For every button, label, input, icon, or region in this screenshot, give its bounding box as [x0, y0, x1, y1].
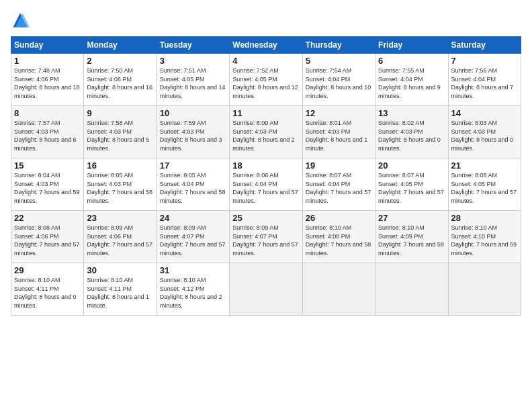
calendar-header-row: SundayMondayTuesdayWednesdayThursdayFrid… [11, 37, 521, 54]
calendar-week-row: 29 Sunrise: 8:10 AMSunset: 4:11 PMDaylig… [11, 263, 521, 316]
calendar-day-cell: 12 Sunrise: 8:01 AMSunset: 4:03 PMDaylig… [302, 106, 375, 158]
day-number: 24 [160, 213, 226, 223]
calendar-day-cell: 27 Sunrise: 8:10 AMSunset: 4:09 PMDaylig… [375, 211, 448, 263]
day-number: 16 [87, 161, 153, 171]
calendar-day-cell: 3 Sunrise: 7:51 AMSunset: 4:05 PMDayligh… [157, 54, 229, 106]
calendar-day-cell: 7 Sunrise: 7:56 AMSunset: 4:04 PMDayligh… [448, 54, 521, 106]
day-info: Sunrise: 8:09 AMSunset: 4:07 PMDaylight:… [160, 224, 226, 257]
day-info: Sunrise: 7:51 AMSunset: 4:05 PMDaylight:… [160, 66, 226, 100]
day-info: Sunrise: 8:10 AMSunset: 4:09 PMDaylight:… [378, 224, 445, 257]
calendar-day-cell: 17 Sunrise: 8:05 AMSunset: 4:04 PMDaylig… [157, 158, 229, 211]
calendar-day-cell: 26 Sunrise: 8:10 AMSunset: 4:08 PMDaylig… [302, 211, 375, 263]
calendar-week-row: 8 Sunrise: 7:57 AMSunset: 4:03 PMDayligh… [11, 106, 521, 158]
calendar-header-cell: Tuesday [157, 37, 229, 54]
calendar-day-cell: 16 Sunrise: 8:05 AMSunset: 4:03 PMDaylig… [84, 158, 157, 211]
day-info: Sunrise: 7:56 AMSunset: 4:04 PMDaylight:… [451, 66, 518, 100]
calendar-day-cell: 21 Sunrise: 8:08 AMSunset: 4:05 PMDaylig… [448, 158, 521, 211]
day-number: 27 [378, 213, 445, 223]
day-info: Sunrise: 8:10 AMSunset: 4:11 PMDaylight:… [87, 276, 153, 310]
day-info: Sunrise: 7:55 AMSunset: 4:04 PMDaylight:… [378, 66, 445, 100]
day-number: 20 [378, 161, 445, 171]
day-number: 22 [14, 213, 81, 223]
calendar-body: 1 Sunrise: 7:48 AMSunset: 4:06 PMDayligh… [11, 54, 521, 316]
day-info: Sunrise: 8:01 AMSunset: 4:03 PMDaylight:… [306, 119, 372, 152]
calendar-header-cell: Thursday [302, 37, 375, 54]
day-number: 28 [451, 213, 518, 223]
day-number: 13 [378, 108, 445, 118]
day-info: Sunrise: 7:57 AMSunset: 4:03 PMDaylight:… [14, 119, 81, 152]
day-number: 21 [451, 161, 518, 171]
day-info: Sunrise: 8:06 AMSunset: 4:04 PMDaylight:… [232, 171, 299, 205]
day-number: 7 [451, 56, 518, 66]
day-info: Sunrise: 8:00 AMSunset: 4:03 PMDaylight:… [232, 119, 299, 152]
calendar-day-cell [375, 263, 448, 316]
calendar-day-cell: 23 Sunrise: 8:09 AMSunset: 4:06 PMDaylig… [84, 211, 157, 263]
day-info: Sunrise: 8:02 AMSunset: 4:03 PMDaylight:… [378, 119, 445, 152]
logo [11, 11, 31, 30]
day-number: 17 [160, 161, 226, 171]
day-info: Sunrise: 7:54 AMSunset: 4:04 PMDaylight:… [306, 66, 372, 100]
day-number: 26 [306, 213, 372, 223]
calendar-header-cell: Saturday [448, 37, 521, 54]
calendar-day-cell: 30 Sunrise: 8:10 AMSunset: 4:11 PMDaylig… [84, 263, 157, 316]
calendar-day-cell: 6 Sunrise: 7:55 AMSunset: 4:04 PMDayligh… [375, 54, 448, 106]
day-number: 30 [87, 265, 153, 275]
day-info: Sunrise: 8:05 AMSunset: 4:04 PMDaylight:… [160, 171, 226, 205]
day-info: Sunrise: 7:50 AMSunset: 4:06 PMDaylight:… [87, 66, 153, 100]
day-number: 2 [87, 56, 153, 66]
day-info: Sunrise: 8:09 AMSunset: 4:06 PMDaylight:… [87, 224, 153, 257]
day-info: Sunrise: 8:10 AMSunset: 4:11 PMDaylight:… [14, 276, 81, 310]
day-number: 18 [232, 161, 299, 171]
calendar-header-cell: Wednesday [230, 37, 302, 54]
day-info: Sunrise: 7:59 AMSunset: 4:03 PMDaylight:… [160, 119, 226, 152]
day-number: 4 [232, 56, 299, 66]
calendar-day-cell: 9 Sunrise: 7:58 AMSunset: 4:03 PMDayligh… [84, 106, 157, 158]
day-number: 29 [14, 265, 81, 275]
calendar-day-cell: 13 Sunrise: 8:02 AMSunset: 4:03 PMDaylig… [375, 106, 448, 158]
header [11, 11, 521, 30]
calendar-day-cell: 18 Sunrise: 8:06 AMSunset: 4:04 PMDaylig… [230, 158, 302, 211]
day-info: Sunrise: 8:10 AMSunset: 4:12 PMDaylight:… [160, 276, 226, 310]
day-info: Sunrise: 8:05 AMSunset: 4:03 PMDaylight:… [87, 171, 153, 205]
day-number: 12 [306, 108, 372, 118]
calendar-table: SundayMondayTuesdayWednesdayThursdayFrid… [11, 36, 521, 316]
calendar-day-cell: 24 Sunrise: 8:09 AMSunset: 4:07 PMDaylig… [157, 211, 229, 263]
day-info: Sunrise: 8:04 AMSunset: 4:03 PMDaylight:… [14, 171, 81, 205]
day-number: 25 [232, 213, 299, 223]
day-number: 1 [14, 56, 81, 66]
calendar-day-cell: 20 Sunrise: 8:07 AMSunset: 4:05 PMDaylig… [375, 158, 448, 211]
calendar-day-cell: 22 Sunrise: 8:08 AMSunset: 4:06 PMDaylig… [11, 211, 84, 263]
day-info: Sunrise: 8:10 AMSunset: 4:08 PMDaylight:… [306, 224, 372, 257]
day-info: Sunrise: 8:07 AMSunset: 4:04 PMDaylight:… [306, 171, 372, 205]
calendar-header-cell: Friday [375, 37, 448, 54]
day-info: Sunrise: 7:52 AMSunset: 4:05 PMDaylight:… [232, 66, 299, 100]
calendar-day-cell: 28 Sunrise: 8:10 AMSunset: 4:10 PMDaylig… [448, 211, 521, 263]
calendar-day-cell: 29 Sunrise: 8:10 AMSunset: 4:11 PMDaylig… [11, 263, 84, 316]
day-number: 6 [378, 56, 445, 66]
calendar-day-cell: 11 Sunrise: 8:00 AMSunset: 4:03 PMDaylig… [230, 106, 302, 158]
calendar-header-cell: Monday [84, 37, 157, 54]
calendar-day-cell: 4 Sunrise: 7:52 AMSunset: 4:05 PMDayligh… [230, 54, 302, 106]
main-container: SundayMondayTuesdayWednesdayThursdayFrid… [0, 0, 532, 321]
calendar-day-cell: 19 Sunrise: 8:07 AMSunset: 4:04 PMDaylig… [302, 158, 375, 211]
day-info: Sunrise: 8:03 AMSunset: 4:03 PMDaylight:… [451, 119, 518, 152]
day-info: Sunrise: 8:09 AMSunset: 4:07 PMDaylight:… [232, 224, 299, 257]
day-info: Sunrise: 8:08 AMSunset: 4:06 PMDaylight:… [14, 224, 81, 257]
day-number: 5 [306, 56, 372, 66]
calendar-day-cell [230, 263, 302, 316]
calendar-day-cell [302, 263, 375, 316]
calendar-day-cell: 31 Sunrise: 8:10 AMSunset: 4:12 PMDaylig… [157, 263, 229, 316]
calendar-day-cell [448, 263, 521, 316]
day-info: Sunrise: 7:48 AMSunset: 4:06 PMDaylight:… [14, 66, 81, 100]
calendar-week-row: 15 Sunrise: 8:04 AMSunset: 4:03 PMDaylig… [11, 158, 521, 211]
logo-icon [11, 11, 30, 30]
calendar-day-cell: 14 Sunrise: 8:03 AMSunset: 4:03 PMDaylig… [448, 106, 521, 158]
day-number: 11 [232, 108, 299, 118]
day-number: 8 [14, 108, 81, 118]
calendar-day-cell: 25 Sunrise: 8:09 AMSunset: 4:07 PMDaylig… [230, 211, 302, 263]
calendar-day-cell: 8 Sunrise: 7:57 AMSunset: 4:03 PMDayligh… [11, 106, 84, 158]
day-number: 31 [160, 265, 226, 275]
day-number: 14 [451, 108, 518, 118]
day-number: 10 [160, 108, 226, 118]
day-number: 15 [14, 161, 81, 171]
